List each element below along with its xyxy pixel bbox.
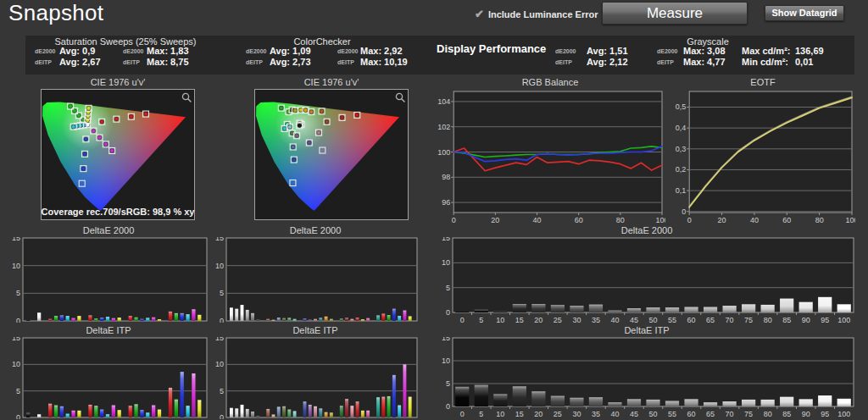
svg-text:30: 30 — [572, 316, 581, 324]
cie-diagram — [254, 89, 409, 220]
svg-text:60: 60 — [687, 316, 696, 324]
svg-text:15: 15 — [215, 337, 224, 342]
metric-label: dEITP — [657, 59, 674, 65]
svg-text:80: 80 — [764, 410, 772, 418]
svg-text:104: 104 — [437, 97, 450, 106]
line-plot: 9698100102104020406080100 — [435, 89, 665, 224]
summary-stats-bar: Saturation Sweeps (25% Sweeps) dE2000 Av… — [25, 36, 854, 75]
svg-text:0,3: 0,3 — [676, 145, 687, 153]
cc-de2000-max: Max: 2,92 — [360, 46, 403, 56]
svg-text:20: 20 — [718, 216, 726, 224]
svg-text:0,5: 0,5 — [676, 102, 687, 111]
bar-plot: 051015 — [212, 337, 419, 419]
chart-title: CIE 1976 u'v' — [254, 78, 409, 88]
svg-text:40: 40 — [610, 410, 619, 418]
svg-text:30: 30 — [572, 410, 581, 418]
svg-text:0,4: 0,4 — [676, 124, 687, 132]
svg-text:0: 0 — [460, 410, 465, 418]
svg-text:5: 5 — [16, 289, 20, 297]
svg-text:0: 0 — [452, 216, 456, 224]
svg-text:80: 80 — [815, 216, 824, 224]
svg-text:5: 5 — [479, 316, 483, 324]
max-cd-label: Max cd/m²: — [742, 46, 790, 56]
chart-title: DeltaE 2000 — [438, 226, 855, 236]
svg-text:100: 100 — [837, 410, 850, 418]
svg-text:0: 0 — [687, 216, 692, 224]
svg-text:5: 5 — [220, 289, 224, 297]
svg-text:25: 25 — [554, 316, 562, 324]
svg-text:5: 5 — [220, 387, 224, 395]
svg-text:10: 10 — [12, 262, 20, 270]
coverage-label: Coverage rec.709/sRGB: 98,9 % xy — [41, 207, 195, 217]
metric-label: dE2000 — [555, 48, 576, 54]
svg-text:60: 60 — [575, 216, 583, 224]
svg-text:15: 15 — [515, 410, 524, 418]
svg-text:95: 95 — [821, 316, 829, 324]
chart-title: DeltaE ITP — [212, 326, 419, 336]
chart-title: DeltaE 2000 — [212, 226, 419, 236]
chart-title: EOTF — [670, 78, 855, 88]
metric-label: dE2000 — [246, 48, 267, 54]
measure-button[interactable]: Measure — [602, 2, 748, 25]
svg-text:70: 70 — [726, 410, 734, 418]
metric-label: dEITP — [337, 59, 354, 65]
bar-plot: 051015 — [8, 237, 209, 323]
svg-text:102: 102 — [437, 123, 450, 131]
svg-text:0: 0 — [16, 413, 20, 419]
svg-text:80: 80 — [616, 216, 625, 224]
svg-text:100: 100 — [837, 316, 850, 324]
cc-de2000-avg: Avg: 1,09 — [270, 46, 311, 56]
svg-text:60: 60 — [687, 410, 696, 418]
metric-label: dE2000 — [35, 48, 56, 54]
svg-text:35: 35 — [592, 316, 600, 324]
svg-text:10: 10 — [442, 356, 450, 365]
svg-text:45: 45 — [630, 410, 638, 418]
svg-text:5: 5 — [16, 387, 20, 395]
metric-label: dE2000 — [123, 48, 144, 54]
metric-label: dE2000 — [657, 48, 678, 54]
svg-text:10: 10 — [12, 360, 20, 368]
min-cd-value: 0,01 — [795, 57, 813, 67]
deitp-saturation-chart: DeltaE ITP 051015 — [8, 326, 209, 419]
deitp-colorchecker-chart: DeltaE ITP 051015 — [212, 326, 419, 419]
metric-label: dE2000 — [337, 48, 359, 54]
svg-text:0: 0 — [446, 402, 450, 411]
sat-de2000-max: Max: 1,83 — [147, 46, 189, 56]
svg-text:65: 65 — [706, 410, 715, 418]
bar-plot: 051015 — [8, 337, 209, 419]
svg-text:0,1: 0,1 — [676, 186, 687, 195]
svg-text:15: 15 — [12, 237, 20, 242]
bar-plot: 0510150510152025303540455055606570758085… — [438, 237, 855, 325]
svg-text:20: 20 — [491, 216, 499, 224]
svg-text:98: 98 — [442, 173, 450, 181]
svg-text:0: 0 — [682, 207, 686, 216]
svg-text:70: 70 — [726, 316, 734, 324]
cie-diagram — [41, 89, 195, 220]
svg-text:85: 85 — [782, 316, 791, 324]
svg-text:90: 90 — [802, 316, 810, 324]
svg-text:75: 75 — [744, 410, 753, 418]
svg-text:20: 20 — [534, 316, 542, 324]
svg-text:55: 55 — [668, 410, 676, 418]
gs-de2000-avg: Avg: 1,51 — [587, 46, 628, 56]
svg-text:45: 45 — [630, 316, 638, 324]
svg-text:65: 65 — [706, 316, 715, 324]
svg-text:100: 100 — [437, 148, 450, 157]
gs-de2000-max: Max: 3,08 — [683, 46, 726, 56]
gs-deitp-max: Max: 4,77 — [683, 57, 726, 67]
svg-text:5: 5 — [446, 379, 450, 388]
svg-text:25: 25 — [554, 410, 562, 418]
deitp-grayscale-chart: DeltaE ITP 05101505101520253035404550556… — [438, 326, 855, 419]
svg-text:40: 40 — [750, 216, 759, 224]
show-datagrid-button[interactable]: Show Datagrid — [765, 5, 844, 21]
chart-title: DeltaE ITP — [8, 326, 209, 336]
bar-plot: 051015 — [212, 237, 419, 323]
svg-text:10: 10 — [442, 258, 450, 267]
svg-text:85: 85 — [782, 410, 791, 418]
sat-deitp-avg: Avg: 2,67 — [59, 57, 101, 67]
cie-saturation-chart: CIE 1976 u'v' Coverage rec.709/sRGB: 98,… — [41, 78, 195, 220]
cc-deitp-avg: Avg: 2,73 — [270, 57, 311, 67]
check-icon: ✔ — [475, 8, 484, 20]
include-luminance-checkbox[interactable]: ✔Include Luminance Error — [475, 8, 598, 20]
svg-text:10: 10 — [496, 410, 504, 418]
